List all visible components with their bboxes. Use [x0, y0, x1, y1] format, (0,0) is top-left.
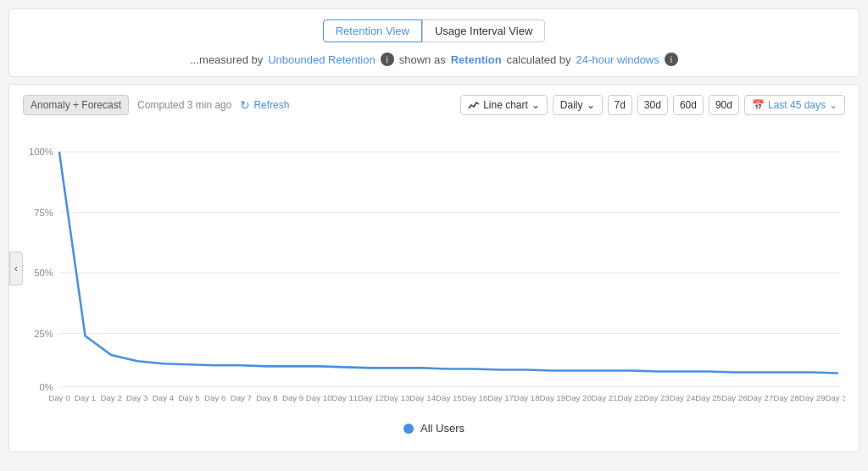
chart-area: 100% 75% 50% 25% 0% Day 0 Day 1 D — [23, 125, 845, 413]
calculated-by-value[interactable]: 24-hour windows — [576, 53, 659, 66]
x-label-3: Day 3 — [126, 393, 147, 402]
granularity-selector[interactable]: Daily ⌄ — [553, 95, 603, 115]
x-label-12: Day 12 — [358, 393, 384, 402]
x-label-26: Day 26 — [721, 393, 748, 402]
line-chart-icon — [468, 99, 480, 111]
x-label-20: Day 20 — [565, 393, 592, 402]
x-label-6: Day 6 — [204, 393, 225, 402]
x-label-22: Day 22 — [617, 393, 643, 402]
calendar-icon: 📅 — [752, 99, 765, 111]
x-label-27: Day 27 — [748, 393, 774, 402]
shown-as-value[interactable]: Retention — [451, 53, 502, 66]
toolbar-left: Anomaly + Forecast Computed 3 min ago ↻ … — [23, 95, 289, 115]
x-label-18: Day 18 — [514, 393, 540, 402]
x-label-10: Day 10 — [306, 393, 332, 402]
legend-dot — [403, 424, 414, 434]
tab-usage-interval-view[interactable]: Usage Interval View — [422, 19, 545, 42]
refresh-icon: ↻ — [240, 98, 250, 112]
y-label-75: 75% — [34, 208, 53, 218]
x-label-29: Day 29 — [799, 393, 826, 402]
shown-as-label: shown as — [399, 53, 446, 66]
x-label-9: Day 9 — [282, 393, 303, 402]
tab-retention-view[interactable]: Retention View — [323, 19, 422, 42]
x-label-23: Day 23 — [643, 393, 670, 402]
x-label-30: Day 30 — [825, 393, 845, 402]
x-label-21: Day 21 — [592, 393, 618, 402]
calculated-info-icon[interactable]: i — [665, 53, 678, 66]
refresh-button[interactable]: ↻ Refresh — [240, 98, 289, 112]
chart-type-label: Line chart — [483, 99, 528, 111]
page-wrapper: Retention View Usage Interval View ...me… — [0, 0, 868, 471]
refresh-label: Refresh — [253, 99, 289, 111]
metric-info-icon[interactable]: i — [381, 53, 394, 66]
calculated-by-label: calculated by — [507, 53, 571, 66]
x-label-13: Day 13 — [384, 393, 410, 402]
y-label-0: 0% — [40, 382, 53, 392]
chart-legend: All Users — [23, 422, 845, 435]
anomaly-badge: Anomaly + Forecast — [23, 95, 129, 115]
top-section: Retention View Usage Interval View ...me… — [8, 8, 860, 77]
retention-chart: 100% 75% 50% 25% 0% Day 0 Day 1 D — [23, 125, 845, 413]
date-range-chevron: ⌄ — [829, 99, 837, 111]
x-label-24: Day 24 — [670, 393, 696, 402]
toolbar-right: Line chart ⌄ Daily ⌄ 7d 30d 60d 90d 📅 La… — [460, 95, 845, 115]
date-range-button[interactable]: 📅 Last 45 days ⌄ — [744, 95, 845, 115]
x-label-16: Day 16 — [462, 393, 488, 402]
chart-section: ‹ Anomaly + Forecast Computed 3 min ago … — [8, 84, 860, 452]
x-label-2: Day 2 — [100, 393, 121, 402]
chart-type-selector[interactable]: Line chart ⌄ — [460, 95, 548, 115]
x-label-15: Day 15 — [436, 393, 462, 402]
x-label-1: Day 1 — [75, 393, 96, 402]
y-label-25: 25% — [34, 329, 53, 339]
y-label-100: 100% — [29, 147, 53, 157]
x-label-8: Day 8 — [256, 393, 277, 402]
x-label-11: Day 11 — [331, 393, 358, 402]
date-range-label: Last 45 days — [768, 99, 826, 111]
x-label-4: Day 4 — [153, 393, 175, 402]
y-label-50: 50% — [34, 268, 53, 278]
x-label-28: Day 28 — [773, 393, 799, 402]
retention-line — [59, 152, 838, 373]
granularity-label: Daily — [560, 99, 583, 111]
chart-type-chevron: ⌄ — [531, 99, 540, 111]
computed-text: Computed 3 min ago — [137, 99, 231, 111]
period-30d-button[interactable]: 30d — [637, 95, 668, 115]
view-tabs: Retention View Usage Interval View — [23, 19, 845, 42]
x-label-0: Day 0 — [48, 393, 70, 402]
x-label-25: Day 25 — [695, 393, 721, 402]
period-90d-button[interactable]: 90d — [709, 95, 739, 115]
period-60d-button[interactable]: 60d — [673, 95, 704, 115]
x-label-7: Day 7 — [231, 393, 252, 402]
x-label-17: Day 17 — [487, 393, 514, 402]
meta-row: ...measured by Unbounded Retention i sho… — [23, 53, 845, 66]
metric-value[interactable]: Unbounded Retention — [268, 53, 376, 66]
x-label-19: Day 19 — [540, 393, 566, 402]
chart-toolbar: Anomaly + Forecast Computed 3 min ago ↻ … — [23, 95, 845, 115]
x-label-14: Day 14 — [409, 393, 436, 402]
measured-by-label: ...measured by — [190, 53, 263, 66]
scroll-left-arrow[interactable]: ‹ — [9, 252, 23, 285]
granularity-chevron: ⌄ — [587, 99, 595, 111]
period-7d-button[interactable]: 7d — [608, 95, 632, 115]
x-label-5: Day 5 — [178, 393, 199, 402]
legend-label: All Users — [420, 422, 465, 435]
